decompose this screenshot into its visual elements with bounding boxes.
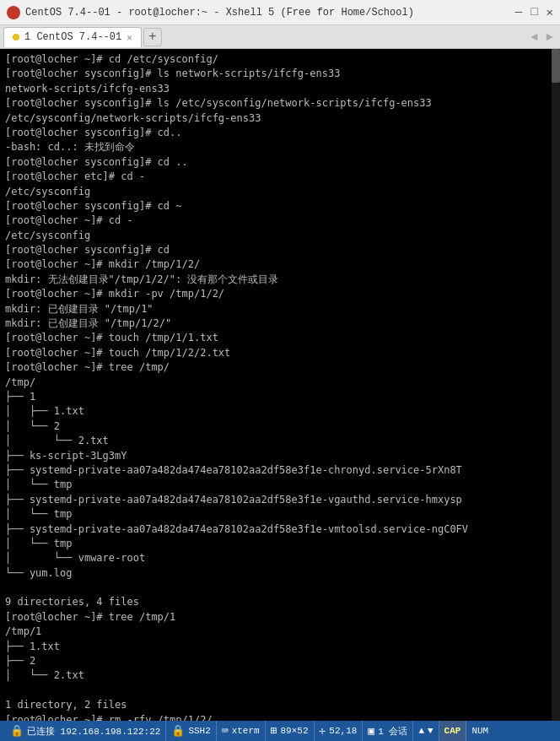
ssh-icon: 🔒 <box>171 724 185 738</box>
position-text: 52,18 <box>329 726 357 736</box>
size-text: 89×52 <box>281 726 309 736</box>
num-indicator: NUM <box>466 721 493 741</box>
title-bar-left: CentOS 7.4--01 - root@locher:~ - Xshell … <box>7 6 414 19</box>
cap-indicator: CAP <box>439 721 467 741</box>
scroll-controls[interactable]: ▲ ▼ <box>413 721 439 741</box>
tab-bar: 1 CentOS 7.4--01 ✕ + ◄ ► <box>0 25 560 49</box>
sessions-text: 1 会话 <box>378 725 407 738</box>
nav-arrows: ◄ ► <box>527 29 557 46</box>
new-tab-button[interactable]: + <box>143 28 162 46</box>
size-status: ⊞ 89×52 <box>266 721 315 741</box>
sessions-icon: ▣ <box>368 724 374 738</box>
window-controls[interactable]: — □ ✕ <box>515 5 553 19</box>
title-bar: CentOS 7.4--01 - root@locher:~ - Xshell … <box>0 0 560 25</box>
minimize-button[interactable]: — <box>515 5 522 19</box>
scrollbar-thumb[interactable] <box>552 49 560 83</box>
active-tab[interactable]: 1 CentOS 7.4--01 ✕ <box>3 27 142 47</box>
tab-indicator <box>13 34 19 41</box>
scroll-down-button[interactable]: ▼ <box>428 726 433 736</box>
scrollbar[interactable] <box>552 49 560 721</box>
app-icon <box>7 6 20 19</box>
connection-status: 🔒 已连接 192.168.198.122:22 <box>5 721 166 741</box>
scroll-up-button[interactable]: ▲ <box>418 726 424 736</box>
position-icon: ✛ <box>320 724 326 738</box>
num-text: NUM <box>471 726 488 736</box>
connection-text: 已连接 192.168.198.122:22 <box>27 725 160 738</box>
connection-icon: 🔒 <box>10 724 24 738</box>
close-button[interactable]: ✕ <box>547 5 553 19</box>
terminal-area[interactable]: [root@locher ~]# cd /etc/sysconfig/ [roo… <box>0 49 560 721</box>
terminal-output: [root@locher ~]# cd /etc/sysconfig/ [roo… <box>5 52 555 721</box>
status-bar: 🔒 已连接 192.168.198.122:22 🔒 SSH2 ⌨ xterm … <box>0 721 560 741</box>
terminal-type-text: xterm <box>232 726 260 736</box>
cap-text: CAP <box>444 726 461 736</box>
maximize-button[interactable]: □ <box>530 5 537 19</box>
size-icon: ⊞ <box>271 724 277 738</box>
sessions-status: ▣ 1 会话 <box>363 721 413 741</box>
nav-forward-button[interactable]: ► <box>543 29 557 46</box>
terminal-type-status: ⌨ xterm <box>217 721 266 741</box>
ssh-status: 🔒 SSH2 <box>166 721 216 741</box>
tab-close-button[interactable]: ✕ <box>127 32 132 43</box>
ssh-text: SSH2 <box>188 726 210 736</box>
window-title: CentOS 7.4--01 - root@locher:~ - Xshell … <box>25 7 414 19</box>
terminal-icon: ⌨ <box>222 724 229 738</box>
tab-label: 1 CentOS 7.4--01 <box>24 31 121 43</box>
nav-back-button[interactable]: ◄ <box>527 29 541 46</box>
position-status: ✛ 52,18 <box>315 721 363 741</box>
